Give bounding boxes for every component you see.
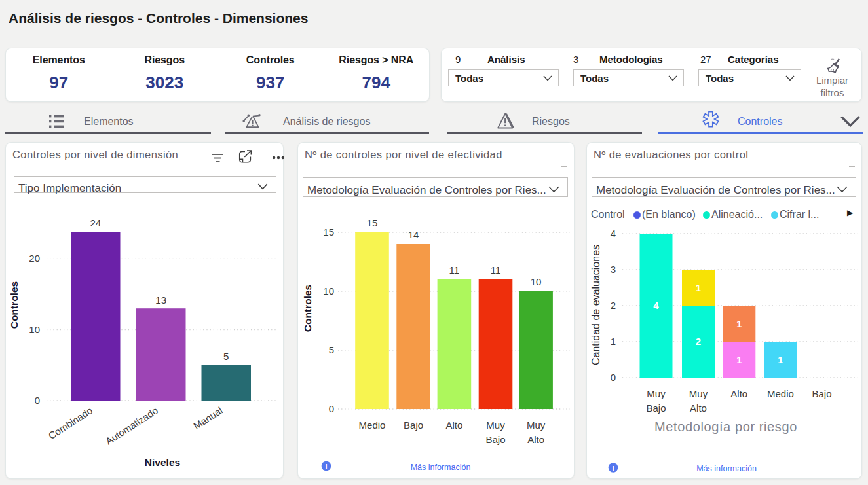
svg-text:11: 11 xyxy=(449,264,460,276)
svg-text:Alto: Alto xyxy=(527,434,544,445)
svg-text:i: i xyxy=(325,463,327,471)
svg-text:Alto: Alto xyxy=(690,403,707,414)
svg-text:24: 24 xyxy=(90,217,101,228)
svg-text:3: 3 xyxy=(611,264,616,275)
svg-text:20: 20 xyxy=(29,253,40,264)
svg-text:Cantidad de evaluaciones: Cantidad de evaluaciones xyxy=(590,245,601,365)
svg-text:1: 1 xyxy=(736,354,742,365)
svg-text:Bajo: Bajo xyxy=(485,434,505,445)
svg-text:Más información: Más información xyxy=(411,463,471,472)
svg-text:Niveles: Niveles xyxy=(145,457,180,468)
svg-text:Muy: Muy xyxy=(527,420,546,431)
svg-text:10: 10 xyxy=(323,285,334,296)
svg-text:Muy: Muy xyxy=(647,388,666,399)
svg-text:5: 5 xyxy=(223,351,229,362)
svg-text:10: 10 xyxy=(531,276,542,287)
svg-text:1: 1 xyxy=(696,282,701,293)
svg-text:Bajo: Bajo xyxy=(646,403,666,414)
svg-text:2: 2 xyxy=(611,300,616,311)
svg-text:i: i xyxy=(612,465,614,473)
svg-text:1: 1 xyxy=(778,354,783,365)
svg-text:Muy: Muy xyxy=(689,388,708,399)
svg-text:4: 4 xyxy=(611,228,616,239)
svg-text:Muy: Muy xyxy=(486,420,505,431)
svg-text:4: 4 xyxy=(653,300,659,311)
svg-text:Alto: Alto xyxy=(445,420,462,431)
svg-text:0: 0 xyxy=(35,395,40,406)
svg-text:1: 1 xyxy=(611,336,616,347)
svg-text:0: 0 xyxy=(329,403,334,414)
svg-text:Alto: Alto xyxy=(730,388,747,399)
svg-text:0: 0 xyxy=(611,372,616,383)
svg-text:Medio: Medio xyxy=(359,420,386,431)
svg-text:Manual: Manual xyxy=(191,404,225,431)
svg-text:Controles: Controles xyxy=(9,281,20,329)
svg-text:1: 1 xyxy=(736,318,742,329)
svg-text:15: 15 xyxy=(367,217,378,228)
svg-text:Bajo: Bajo xyxy=(404,420,423,431)
svg-text:13: 13 xyxy=(155,295,166,306)
svg-text:15: 15 xyxy=(323,226,334,238)
svg-text:Controles: Controles xyxy=(302,285,313,332)
svg-text:5: 5 xyxy=(329,344,334,355)
svg-text:Medio: Medio xyxy=(767,388,794,399)
svg-text:Más información: Más información xyxy=(696,464,757,473)
svg-text:Metodología por riesgo: Metodología por riesgo xyxy=(654,420,797,434)
svg-text:Bajo: Bajo xyxy=(812,388,831,399)
svg-text:Combinado: Combinado xyxy=(47,404,95,441)
svg-text:14: 14 xyxy=(408,229,419,240)
svg-text:2: 2 xyxy=(696,336,701,347)
svg-text:11: 11 xyxy=(491,264,501,276)
svg-text:10: 10 xyxy=(29,324,40,335)
svg-text:Automatizado: Automatizado xyxy=(104,404,160,446)
